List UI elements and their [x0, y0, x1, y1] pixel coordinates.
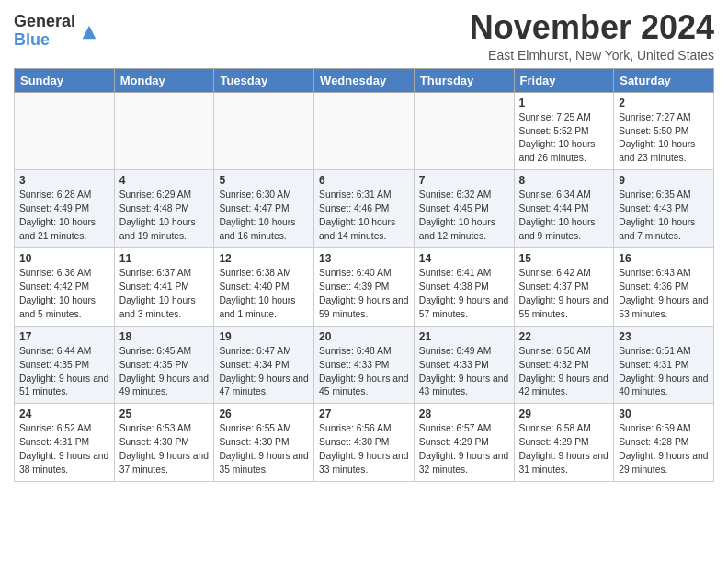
calendar-cell: 24Sunrise: 6:52 AM Sunset: 4:31 PM Dayli…: [15, 404, 115, 482]
day-info: Sunrise: 6:34 AM Sunset: 4:44 PM Dayligh…: [519, 189, 609, 244]
day-number: 11: [119, 252, 210, 265]
calendar-cell: 6Sunrise: 6:31 AM Sunset: 4:46 PM Daylig…: [314, 170, 415, 248]
day-info: Sunrise: 6:41 AM Sunset: 4:38 PM Dayligh…: [419, 267, 509, 322]
calendar-cell: 20Sunrise: 6:48 AM Sunset: 4:33 PM Dayli…: [314, 326, 415, 404]
day-number: 8: [519, 174, 609, 187]
day-number: 28: [419, 408, 509, 420]
calendar-cell: 14Sunrise: 6:41 AM Sunset: 4:38 PM Dayli…: [414, 247, 514, 326]
calendar-week-row: 17Sunrise: 6:44 AM Sunset: 4:35 PM Dayli…: [15, 326, 714, 404]
day-info: Sunrise: 6:51 AM Sunset: 4:31 PM Dayligh…: [619, 345, 709, 400]
day-number: 27: [319, 408, 409, 420]
day-number: 16: [619, 252, 709, 265]
day-info: Sunrise: 6:37 AM Sunset: 4:41 PM Dayligh…: [119, 267, 210, 322]
day-number: 20: [319, 330, 409, 343]
day-number: 12: [219, 252, 309, 265]
logo-blue-text: Blue: [14, 31, 75, 50]
calendar-cell: 18Sunrise: 6:45 AM Sunset: 4:35 PM Dayli…: [114, 326, 214, 404]
page-header: General Blue November 2024 East Elmhurst…: [14, 9, 714, 63]
month-title: November 2024: [470, 9, 714, 46]
col-header-sunday: Sunday: [15, 68, 115, 92]
day-info: Sunrise: 6:31 AM Sunset: 4:46 PM Dayligh…: [319, 189, 409, 244]
calendar-week-row: 10Sunrise: 6:36 AM Sunset: 4:42 PM Dayli…: [15, 247, 714, 326]
calendar-cell: 12Sunrise: 6:38 AM Sunset: 4:40 PM Dayli…: [214, 247, 314, 326]
day-number: 14: [419, 252, 509, 265]
day-number: 25: [119, 408, 210, 420]
day-info: Sunrise: 6:36 AM Sunset: 4:42 PM Dayligh…: [19, 267, 109, 322]
day-info: Sunrise: 6:58 AM Sunset: 4:29 PM Dayligh…: [519, 422, 609, 477]
day-number: 21: [419, 330, 509, 343]
day-info: Sunrise: 6:47 AM Sunset: 4:34 PM Dayligh…: [219, 345, 309, 400]
col-header-friday: Friday: [514, 68, 614, 92]
calendar-cell: 27Sunrise: 6:56 AM Sunset: 4:30 PM Dayli…: [314, 404, 415, 482]
day-info: Sunrise: 6:59 AM Sunset: 4:28 PM Dayligh…: [619, 422, 709, 477]
calendar-header-row: SundayMondayTuesdayWednesdayThursdayFrid…: [15, 68, 714, 92]
calendar-cell: 5Sunrise: 6:30 AM Sunset: 4:47 PM Daylig…: [214, 170, 314, 248]
calendar-cell: 16Sunrise: 6:43 AM Sunset: 4:36 PM Dayli…: [614, 247, 714, 326]
day-info: Sunrise: 6:57 AM Sunset: 4:29 PM Dayligh…: [419, 422, 509, 477]
col-header-monday: Monday: [114, 68, 214, 92]
calendar-cell: 19Sunrise: 6:47 AM Sunset: 4:34 PM Dayli…: [214, 326, 314, 404]
logo: General Blue: [14, 13, 99, 50]
calendar-cell: 15Sunrise: 6:42 AM Sunset: 4:37 PM Dayli…: [514, 247, 614, 326]
calendar-cell: 3Sunrise: 6:28 AM Sunset: 4:49 PM Daylig…: [15, 170, 115, 248]
location: East Elmhurst, New York, United States: [470, 48, 714, 63]
calendar-cell: 1Sunrise: 7:25 AM Sunset: 5:52 PM Daylig…: [514, 92, 614, 170]
title-block: November 2024 East Elmhurst, New York, U…: [470, 9, 714, 63]
day-number: 9: [619, 174, 709, 187]
calendar-cell: 17Sunrise: 6:44 AM Sunset: 4:35 PM Dayli…: [15, 326, 115, 404]
day-info: Sunrise: 6:50 AM Sunset: 4:32 PM Dayligh…: [519, 345, 609, 400]
calendar-cell: 30Sunrise: 6:59 AM Sunset: 4:28 PM Dayli…: [614, 404, 714, 482]
day-info: Sunrise: 6:32 AM Sunset: 4:45 PM Dayligh…: [419, 189, 509, 244]
calendar-cell: 11Sunrise: 6:37 AM Sunset: 4:41 PM Dayli…: [114, 247, 214, 326]
col-header-saturday: Saturday: [614, 68, 714, 92]
calendar-cell: 23Sunrise: 6:51 AM Sunset: 4:31 PM Dayli…: [614, 326, 714, 404]
day-number: 5: [219, 174, 309, 187]
col-header-wednesday: Wednesday: [314, 68, 415, 92]
calendar-cell: 21Sunrise: 6:49 AM Sunset: 4:33 PM Dayli…: [414, 326, 514, 404]
day-info: Sunrise: 6:52 AM Sunset: 4:31 PM Dayligh…: [19, 422, 109, 477]
day-number: 30: [619, 408, 709, 420]
day-number: 26: [219, 408, 309, 420]
day-number: 3: [19, 174, 109, 187]
day-info: Sunrise: 6:55 AM Sunset: 4:30 PM Dayligh…: [219, 422, 309, 477]
day-info: Sunrise: 6:44 AM Sunset: 4:35 PM Dayligh…: [19, 345, 109, 400]
day-info: Sunrise: 6:49 AM Sunset: 4:33 PM Dayligh…: [419, 345, 509, 400]
col-header-thursday: Thursday: [414, 68, 514, 92]
day-info: Sunrise: 6:53 AM Sunset: 4:30 PM Dayligh…: [119, 422, 210, 477]
day-number: 7: [419, 174, 509, 187]
svg-marker-0: [83, 25, 97, 39]
logo-icon: [79, 22, 99, 42]
day-number: 2: [619, 97, 709, 109]
calendar-cell: 13Sunrise: 6:40 AM Sunset: 4:39 PM Dayli…: [314, 247, 415, 326]
day-number: 6: [319, 174, 409, 187]
calendar-week-row: 1Sunrise: 7:25 AM Sunset: 5:52 PM Daylig…: [15, 92, 714, 170]
calendar-cell: 9Sunrise: 6:35 AM Sunset: 4:43 PM Daylig…: [614, 170, 714, 248]
calendar-cell: 7Sunrise: 6:32 AM Sunset: 4:45 PM Daylig…: [414, 170, 514, 248]
col-header-tuesday: Tuesday: [214, 68, 314, 92]
calendar-cell: 26Sunrise: 6:55 AM Sunset: 4:30 PM Dayli…: [214, 404, 314, 482]
calendar-week-row: 24Sunrise: 6:52 AM Sunset: 4:31 PM Dayli…: [15, 404, 714, 482]
day-number: 17: [19, 330, 109, 343]
calendar-cell: 4Sunrise: 6:29 AM Sunset: 4:48 PM Daylig…: [114, 170, 214, 248]
calendar-cell: 10Sunrise: 6:36 AM Sunset: 4:42 PM Dayli…: [15, 247, 115, 326]
day-info: Sunrise: 6:42 AM Sunset: 4:37 PM Dayligh…: [519, 267, 609, 322]
day-number: 23: [619, 330, 709, 343]
day-number: 4: [119, 174, 210, 187]
day-info: Sunrise: 6:56 AM Sunset: 4:30 PM Dayligh…: [319, 422, 409, 477]
day-info: Sunrise: 6:38 AM Sunset: 4:40 PM Dayligh…: [219, 267, 309, 322]
day-number: 13: [319, 252, 409, 265]
day-number: 19: [219, 330, 309, 343]
day-number: 22: [519, 330, 609, 343]
day-number: 18: [119, 330, 210, 343]
calendar-cell: [414, 92, 514, 170]
calendar-cell: [114, 92, 214, 170]
day-number: 15: [519, 252, 609, 265]
calendar-cell: 25Sunrise: 6:53 AM Sunset: 4:30 PM Dayli…: [114, 404, 214, 482]
calendar-cell: 2Sunrise: 7:27 AM Sunset: 5:50 PM Daylig…: [614, 92, 714, 170]
day-info: Sunrise: 6:48 AM Sunset: 4:33 PM Dayligh…: [319, 345, 409, 400]
day-info: Sunrise: 6:40 AM Sunset: 4:39 PM Dayligh…: [319, 267, 409, 322]
day-number: 10: [19, 252, 109, 265]
day-info: Sunrise: 6:43 AM Sunset: 4:36 PM Dayligh…: [619, 267, 709, 322]
calendar-cell: [314, 92, 415, 170]
day-info: Sunrise: 7:25 AM Sunset: 5:52 PM Dayligh…: [519, 111, 609, 167]
